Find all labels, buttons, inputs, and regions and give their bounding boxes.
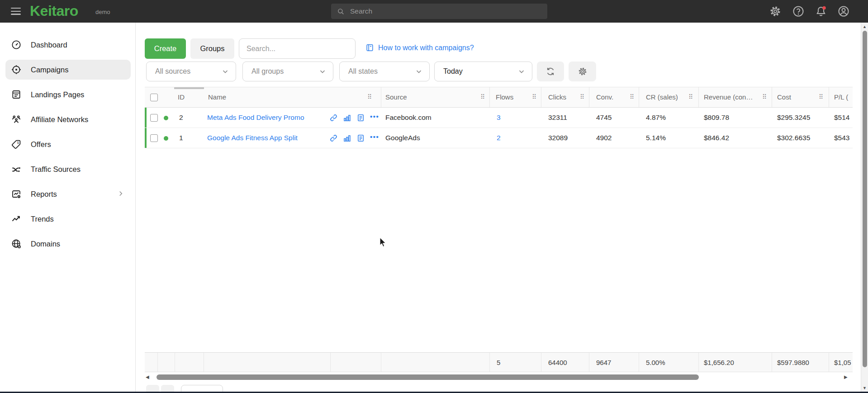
cell-flows-link[interactable]: 3 xyxy=(497,114,501,122)
cell-cost: $295.3245 xyxy=(777,114,810,122)
scroll-up-arrow[interactable]: ▲ xyxy=(863,24,867,29)
drag-handle-icon[interactable]: ⠿ xyxy=(688,93,693,100)
campaign-link-icon[interactable] xyxy=(329,114,338,122)
campaign-name-link[interactable]: Google Ads Fitness App Split xyxy=(207,134,298,142)
drag-handle-icon[interactable]: ⠿ xyxy=(762,93,767,100)
sidebar-item-offers[interactable]: $ Offers xyxy=(0,134,136,154)
filter-all-sources[interactable]: All sources xyxy=(146,62,236,81)
sidebar-item-domains[interactable]: Domains xyxy=(0,234,136,254)
campaign-link-icon[interactable] xyxy=(329,134,338,142)
column-header-cost[interactable]: Cost xyxy=(777,93,791,101)
table-header: ID Name ⠿ Source ⠿ Flows ⠿ Clicks ⠿ Conv… xyxy=(145,87,853,108)
column-header-name[interactable]: Name xyxy=(208,93,226,101)
sidebar-item-campaigns[interactable]: Campaigns xyxy=(0,60,136,80)
menu-toggle-icon[interactable] xyxy=(11,8,21,15)
account-icon[interactable] xyxy=(837,5,850,18)
horizontal-scrollbar: ◀ ▶ xyxy=(145,374,853,381)
row-actions-menu[interactable]: ••• xyxy=(370,113,379,120)
column-header-source[interactable]: Source xyxy=(385,93,407,101)
status-dot xyxy=(164,116,168,120)
campaign-stats-icon[interactable] xyxy=(343,134,351,142)
column-header-cr-sales[interactable]: CR (sales) xyxy=(646,93,678,101)
cell-cr-sales: 4.87% xyxy=(646,114,666,122)
global-search-input[interactable] xyxy=(350,7,531,15)
status-dot xyxy=(164,136,168,141)
drag-handle-icon[interactable]: ⠿ xyxy=(532,93,536,100)
vertical-scrollbar-thumb[interactable] xyxy=(863,31,867,367)
help-icon[interactable] xyxy=(792,5,805,18)
search-icon xyxy=(337,7,345,16)
top-bar: Keitaro demo xyxy=(0,0,868,23)
help-campaigns-link[interactable]: How to work with campaigns? xyxy=(365,43,474,52)
sidebar: Dashboard Campaigns Landings Pages Affil… xyxy=(0,23,136,393)
cell-clicks: 32311 xyxy=(548,114,567,122)
sidebar-item-traffic-sources[interactable]: Traffic Sources xyxy=(0,159,136,179)
campaign-stats-icon[interactable] xyxy=(343,114,351,122)
refresh-button[interactable] xyxy=(537,62,564,81)
column-header-clicks[interactable]: Clicks xyxy=(548,93,566,101)
row-actions-menu[interactable]: ••• xyxy=(370,133,379,141)
bell-icon[interactable] xyxy=(815,5,827,18)
total-revenue: $1,656.20 xyxy=(704,359,734,366)
column-header-id[interactable]: ID xyxy=(178,93,185,101)
cell-flows-link[interactable]: 2 xyxy=(497,134,501,142)
row-status-bar xyxy=(145,128,147,148)
sidebar-item-landings-pages[interactable]: Landings Pages xyxy=(0,85,136,104)
column-scroll-indicator xyxy=(174,87,204,89)
drag-handle-icon[interactable]: ⠿ xyxy=(580,93,584,100)
sidebar-item-reports[interactable]: Reports xyxy=(0,184,136,204)
row-checkbox[interactable] xyxy=(150,114,158,122)
chevron-down-icon xyxy=(517,67,526,76)
drag-handle-icon[interactable]: ⠿ xyxy=(367,93,372,100)
filter-date-range[interactable]: Today xyxy=(434,62,532,81)
settings-gear-icon[interactable] xyxy=(769,5,782,18)
filter-all-states[interactable]: All states xyxy=(339,62,430,81)
cell-conversions: 4902 xyxy=(596,134,612,142)
total-pl: $1,05 xyxy=(834,359,851,366)
sidebar-item-affiliate-networks[interactable]: Affiliate Networks xyxy=(0,109,136,129)
create-button[interactable]: Create xyxy=(145,38,186,59)
column-header-revenue[interactable]: Revenue (con… xyxy=(704,93,753,101)
row-checkbox[interactable] xyxy=(150,134,158,142)
chevron-right-icon xyxy=(117,189,125,198)
gear-icon xyxy=(578,66,588,76)
drag-handle-icon[interactable]: ⠿ xyxy=(819,93,823,100)
total-cost: $597.9880 xyxy=(777,359,809,366)
scroll-left-arrow[interactable]: ◀ xyxy=(146,374,149,379)
sidebar-item-trends[interactable]: Trends xyxy=(0,209,136,229)
groups-button[interactable]: Groups xyxy=(190,38,234,59)
campaigns-search-input[interactable] xyxy=(239,38,356,59)
campaign-report-icon[interactable] xyxy=(356,134,365,142)
demo-badge: demo xyxy=(95,9,110,15)
campaign-name-link[interactable]: Meta Ads Food Delivery Promo xyxy=(207,114,304,122)
row-status-bar xyxy=(145,108,147,128)
horizontal-scrollbar-thumb[interactable] xyxy=(157,374,699,380)
sidebar-item-dashboard[interactable]: Dashboard xyxy=(0,35,136,55)
campaign-report-icon[interactable] xyxy=(356,114,365,122)
table-settings-button[interactable] xyxy=(569,62,596,81)
people-icon xyxy=(11,114,22,125)
keitaro-logo[interactable]: Keitaro xyxy=(30,3,78,19)
cell-source: Facebook.com xyxy=(385,114,432,122)
landing-page-icon xyxy=(11,89,22,100)
cell-revenue: $846.42 xyxy=(704,134,729,142)
total-clicks: 64400 xyxy=(548,359,567,366)
table-row: 1 Google Ads Fitness App Split ••• Googl… xyxy=(145,128,853,148)
scroll-right-arrow[interactable]: ▶ xyxy=(844,374,848,379)
column-header-conv[interactable]: Conv. xyxy=(596,93,613,101)
column-header-pl[interactable]: P/L ( xyxy=(834,93,848,101)
cell-id: 2 xyxy=(179,114,183,122)
filter-all-groups[interactable]: All groups xyxy=(242,62,333,81)
select-all-checkbox[interactable] xyxy=(150,94,158,101)
cell-revenue: $809.78 xyxy=(704,114,729,122)
column-header-flows[interactable]: Flows xyxy=(496,93,513,101)
total-cr-sales: 5.00% xyxy=(646,359,665,366)
notification-dot xyxy=(822,6,825,9)
cell-source: GoogleAds xyxy=(385,134,420,142)
scroll-down-arrow[interactable]: ▼ xyxy=(863,386,867,390)
trend-up-icon xyxy=(11,213,22,224)
gauge-icon xyxy=(11,39,22,50)
cell-conversions: 4745 xyxy=(596,114,612,122)
drag-handle-icon[interactable]: ⠿ xyxy=(630,93,634,100)
drag-handle-icon[interactable]: ⠿ xyxy=(480,93,485,100)
